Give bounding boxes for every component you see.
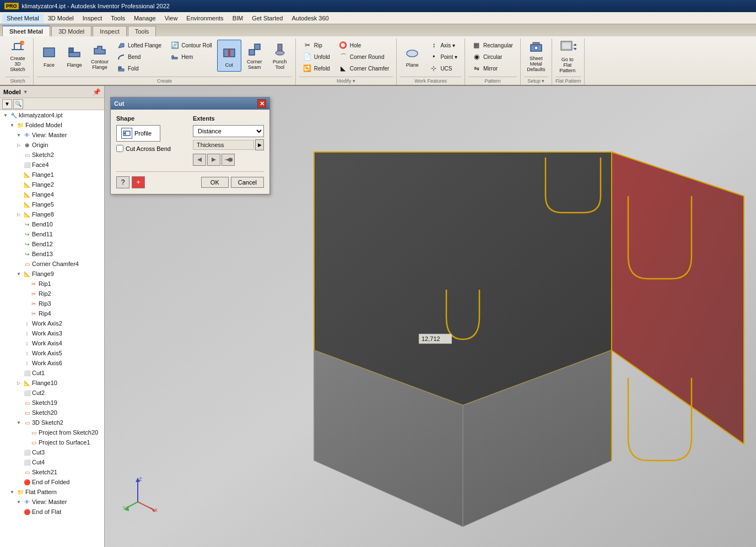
dir-right-button[interactable]: [207, 154, 220, 166]
tree-flange1[interactable]: 📐 Flange1: [0, 170, 104, 180]
tree-cut4[interactable]: ⬜ Cut4: [0, 457, 104, 467]
sheet-metal-defaults-button[interactable]: Sheet Metal Defaults: [524, 40, 548, 72]
filter-button[interactable]: ▼: [2, 99, 12, 109]
dir-left-button[interactable]: [193, 154, 206, 166]
tree-root[interactable]: ▼ 🔧 klimatyzator4.ipt: [0, 110, 104, 120]
menu-environments[interactable]: Environments: [182, 14, 228, 23]
menu-tools[interactable]: Tools: [106, 14, 129, 23]
tree-bend12[interactable]: ↪ Bend12: [0, 239, 104, 249]
add-button[interactable]: +: [132, 176, 145, 188]
menu-bim[interactable]: BIM: [228, 14, 248, 23]
tree-sketch2[interactable]: ▭ Sketch2: [0, 150, 104, 160]
tree-cut2[interactable]: ⬜ Cut2: [0, 388, 104, 398]
tree-3d-sketch2[interactable]: ▼ ▭ 3D Sketch2: [0, 418, 104, 427]
tree-work-axis4[interactable]: ↕ Work Axis4: [0, 338, 104, 348]
dir-both-button[interactable]: [222, 154, 235, 166]
tree-bend11[interactable]: ↪ Bend11: [0, 229, 104, 239]
menu-get-started[interactable]: Get Started: [247, 14, 287, 23]
tree-flat-pattern[interactable]: ▼ 📁 Flat Pattern: [0, 487, 104, 497]
tab-3d-model[interactable]: 3D Model: [51, 26, 91, 36]
tree-work-axis5[interactable]: ↕ Work Axis5: [0, 348, 104, 358]
tree-flange2[interactable]: 📐 Flange2: [0, 180, 104, 189]
tree-flange10[interactable]: ▷ 📐 Flange10: [0, 378, 104, 388]
mirror-button[interactable]: ⇋ Mirror: [468, 63, 517, 74]
corner-seam-button[interactable]: Corner Seam: [242, 40, 267, 72]
menu-manage[interactable]: Manage: [129, 14, 160, 23]
fold-button[interactable]: Fold: [113, 63, 165, 74]
tree-cut3[interactable]: ⬜ Cut3: [0, 447, 104, 457]
circular-button[interactable]: ◉ Circular: [468, 51, 517, 62]
go-to-flat-pattern-button[interactable]: Go to Flat Pattern: [555, 40, 580, 72]
tree-face4[interactable]: ⬜ Face4: [0, 160, 104, 170]
tree-project-to-surface1[interactable]: ▭ Project to Surface1: [0, 437, 104, 447]
tree-container[interactable]: ▼ 🔧 klimatyzator4.ipt ▼ 📁 Folded Model ▼…: [0, 110, 104, 547]
tree-end-of-folded[interactable]: 🔴 End of Folded: [0, 477, 104, 487]
tab-tools[interactable]: Tools: [128, 26, 156, 36]
rip-button[interactable]: ✂ Rip: [299, 40, 334, 51]
face-button[interactable]: Face: [37, 40, 61, 72]
tree-work-axis2[interactable]: ↕ Work Axis2: [0, 318, 104, 328]
cut-button[interactable]: Cut: [217, 40, 241, 72]
viewport[interactable]: 12,712 Z X Y Cut ✕: [105, 86, 756, 547]
plane-button[interactable]: Plane: [400, 40, 424, 72]
tree-work-axis3[interactable]: ↕ Work Axis3: [0, 328, 104, 338]
panel-pin[interactable]: 📌: [93, 88, 101, 96]
tree-flange8[interactable]: ▷ 📐 Flange8: [0, 209, 104, 219]
unfold-button[interactable]: 📄 Unfold: [299, 51, 334, 62]
tree-flange5[interactable]: 📐 Flange5: [0, 199, 104, 209]
tree-rip4[interactable]: ✂ Rip4: [0, 308, 104, 318]
tree-view-master-flat[interactable]: ▼ 👁 View: Master: [0, 497, 104, 507]
refold-button[interactable]: 🔁 Refold: [299, 63, 334, 74]
cut-dialog-close-button[interactable]: ✕: [257, 99, 266, 108]
tree-cut1[interactable]: ⬜ Cut1: [0, 368, 104, 378]
cancel-button[interactable]: Cancel: [231, 177, 264, 188]
tree-flange9[interactable]: ▼ 📐 Flange9: [0, 269, 104, 279]
tree-end-of-flat[interactable]: 🔴 End of Flat: [0, 507, 104, 517]
corner-chamfer-button[interactable]: ◣ Corner Chamfer: [335, 63, 393, 74]
tree-bend13[interactable]: ↪ Bend13: [0, 249, 104, 259]
contour-roll-button[interactable]: 🔄 Contour Roll: [166, 40, 216, 51]
tree-sketch21[interactable]: ▭ Sketch21: [0, 467, 104, 477]
flange-button[interactable]: Flange: [62, 40, 87, 72]
tree-origin[interactable]: ▷ ⊕ Origin: [0, 140, 104, 150]
rectangular-button[interactable]: ▦ Rectangular: [468, 40, 517, 51]
lofted-flange-button[interactable]: Lofted Flange: [113, 40, 165, 51]
tree-rip2[interactable]: ✂ Rip2: [0, 289, 104, 299]
axis-button[interactable]: ↕ Axis ▾: [425, 40, 461, 51]
menu-autodesk-360[interactable]: Autodesk 360: [287, 14, 333, 23]
tab-inspect[interactable]: Inspect: [93, 26, 126, 36]
tree-work-axis6[interactable]: ↕ Work Axis6: [0, 358, 104, 368]
extents-dropdown[interactable]: Distance Through All To From To: [193, 125, 264, 137]
tree-project-from-sketch20[interactable]: ▭ Project from Sketch20: [0, 427, 104, 437]
contour-flange-button[interactable]: Contour Flange: [88, 40, 112, 72]
tree-rip3[interactable]: ✂ Rip3: [0, 299, 104, 308]
search-button[interactable]: 🔍: [13, 99, 23, 109]
punch-tool-button[interactable]: Punch Tool: [268, 40, 292, 72]
thickness-arrow-button[interactable]: ▶: [255, 139, 264, 150]
ucs-button[interactable]: ⊹ UCS: [425, 63, 461, 74]
tab-sheet-metal[interactable]: Sheet Metal: [2, 25, 50, 36]
hem-button[interactable]: Hem: [166, 51, 216, 62]
corner-round-button[interactable]: ⌒ Corner Round: [335, 51, 393, 62]
menu-inspect[interactable]: Inspect: [78, 14, 106, 23]
help-button[interactable]: ?: [116, 176, 129, 188]
tree-rip1[interactable]: ✂ Rip1: [0, 279, 104, 289]
panel-dropdown[interactable]: Model ▼ 📌: [0, 86, 104, 98]
tree-bend10[interactable]: ↪ Bend10: [0, 219, 104, 229]
create-3d-sketch-button[interactable]: ✎ Create 3D Sketch: [6, 40, 30, 72]
menu-sheet-metal[interactable]: Sheet Metal: [2, 14, 44, 23]
cut-dialog-titlebar[interactable]: Cut ✕: [111, 98, 269, 110]
menu-view[interactable]: View: [160, 14, 182, 23]
hole-button[interactable]: ⭕ Hole: [335, 40, 393, 51]
cut-across-bend-checkbox[interactable]: [116, 145, 123, 152]
ok-button[interactable]: OK: [201, 177, 229, 188]
tree-flange4[interactable]: 📐 Flange4: [0, 189, 104, 199]
point-button[interactable]: • Point ▾: [425, 51, 461, 62]
menu-3d-model[interactable]: 3D Model: [44, 14, 78, 23]
profile-button[interactable]: Profile: [116, 125, 160, 142]
tree-view-master[interactable]: ▼ 👁 View: Master: [0, 130, 104, 140]
tree-folded-model[interactable]: ▼ 📁 Folded Model: [0, 120, 104, 130]
tree-sketch20[interactable]: ▭ Sketch20: [0, 408, 104, 418]
tree-sketch19[interactable]: ▭ Sketch19: [0, 398, 104, 408]
tree-corner-chamfer4[interactable]: ▭ Corner Chamfer4: [0, 259, 104, 269]
